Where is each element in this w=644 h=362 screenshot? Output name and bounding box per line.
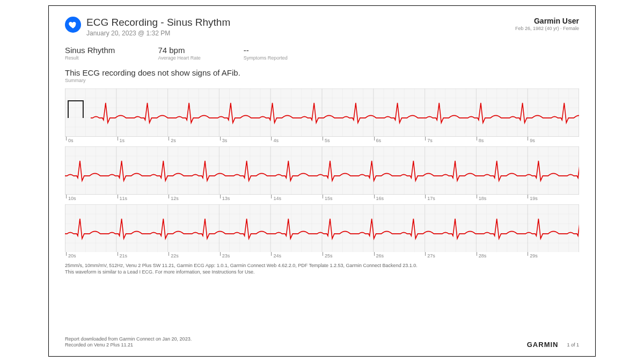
- header-right: Garmin User Feb 26, 1982 (40 yr) · Femal…: [515, 17, 579, 31]
- time-tick: 22s: [169, 253, 220, 258]
- ecg-strip-3: 20s21s22s23s24s25s26s27s28s29s: [65, 204, 579, 259]
- time-tick: 17s: [425, 196, 477, 201]
- tech-notes-line-1: 25mm/s, 10mm/mV, 512Hz, Venu 2 Plus SW 1…: [65, 263, 579, 269]
- time-tick: 27s: [425, 253, 477, 258]
- time-tick: 7s: [425, 138, 477, 143]
- time-tick: 5s: [323, 138, 374, 143]
- summary-block: This ECG recording does not show signs o…: [65, 68, 579, 83]
- metric-symptoms: -- Symptoms Reported: [244, 46, 288, 61]
- time-tick: 0s: [66, 138, 118, 143]
- symptoms-label: Symptoms Reported: [244, 55, 288, 61]
- time-tick: 4s: [271, 138, 323, 143]
- time-tick: 14s: [271, 196, 323, 201]
- technical-notes: 25mm/s, 10mm/mV, 512Hz, Venu 2 Plus SW 1…: [65, 263, 579, 275]
- ecg-report-page: ECG Recording - Sinus Rhythm January 20,…: [48, 5, 596, 357]
- time-tick: 12s: [169, 196, 220, 201]
- time-tick: 15s: [323, 196, 374, 201]
- page-title: ECG Recording - Sinus Rhythm: [86, 17, 230, 28]
- time-tick: 10s: [66, 196, 118, 201]
- time-tick: 23s: [220, 253, 272, 258]
- time-tick: 8s: [477, 138, 528, 143]
- ecg-strips: 0s1s2s3s4s5s6s7s8s9s 10s11s12s13s14s15s1…: [65, 88, 579, 258]
- page-number: 1 of 1: [567, 342, 579, 348]
- time-tick: 26s: [374, 253, 426, 258]
- header-left: ECG Recording - Sinus Rhythm January 20,…: [65, 17, 230, 37]
- report-footer: Report downloaded from Garmin Connect on…: [65, 331, 579, 349]
- tech-notes-line-2: This waveform is similar to a Lead I ECG…: [65, 269, 579, 276]
- summary-label: Summary: [65, 78, 579, 83]
- title-block: ECG Recording - Sinus Rhythm January 20,…: [86, 17, 230, 37]
- user-name: Garmin User: [515, 17, 579, 25]
- ecg-strip-1: 0s1s2s3s4s5s6s7s8s9s: [65, 88, 579, 143]
- time-tick: 16s: [374, 196, 426, 201]
- time-tick: 9s: [528, 138, 579, 143]
- symptoms-value: --: [244, 46, 288, 55]
- heart-icon: [65, 17, 81, 33]
- report-header: ECG Recording - Sinus Rhythm January 20,…: [65, 17, 579, 37]
- user-info: Feb 26, 1982 (40 yr) · Female: [515, 26, 579, 31]
- time-ticks-row-3: 20s21s22s23s24s25s26s27s28s29s: [65, 253, 579, 258]
- metric-heart-rate: 74 bpm Average Heart Rate: [158, 46, 200, 61]
- time-tick: 3s: [220, 138, 272, 143]
- time-tick: 24s: [271, 253, 323, 258]
- footer-right: GARMIN 1 of 1: [527, 341, 579, 349]
- time-tick: 2s: [169, 138, 220, 143]
- footer-left: Report downloaded from Garmin Connect on…: [65, 336, 192, 349]
- time-ticks-row-2: 10s11s12s13s14s15s16s17s18s19s: [65, 196, 579, 201]
- time-tick: 11s: [118, 196, 169, 201]
- time-tick: 19s: [528, 196, 579, 201]
- time-tick: 1s: [118, 138, 169, 143]
- time-tick: 20s: [66, 253, 118, 258]
- metrics-row: Sinus Rhythm Result 74 bpm Average Heart…: [65, 46, 579, 61]
- time-tick: 28s: [477, 253, 528, 258]
- brand-logo: GARMIN: [527, 341, 559, 349]
- result-value: Sinus Rhythm: [65, 46, 115, 55]
- recording-datetime: January 20, 2023 @ 1:32 PM: [86, 29, 230, 37]
- summary-text: This ECG recording does not show signs o…: [65, 68, 579, 77]
- time-tick: 13s: [220, 196, 272, 201]
- time-tick: 6s: [374, 138, 426, 143]
- time-tick: 29s: [528, 253, 579, 258]
- time-tick: 18s: [477, 196, 528, 201]
- time-tick: 21s: [118, 253, 169, 258]
- footer-device-note: Recorded on Venu 2 Plus 11.21: [65, 342, 192, 349]
- heart-rate-label: Average Heart Rate: [158, 55, 200, 61]
- time-tick: 25s: [323, 253, 374, 258]
- heart-rate-value: 74 bpm: [158, 46, 200, 55]
- metric-result: Sinus Rhythm Result: [65, 46, 115, 61]
- result-label: Result: [65, 55, 115, 61]
- ecg-strip-2: 10s11s12s13s14s15s16s17s18s19s: [65, 146, 579, 201]
- footer-download-note: Report downloaded from Garmin Connect on…: [65, 336, 192, 343]
- time-ticks-row-1: 0s1s2s3s4s5s6s7s8s9s: [65, 138, 579, 143]
